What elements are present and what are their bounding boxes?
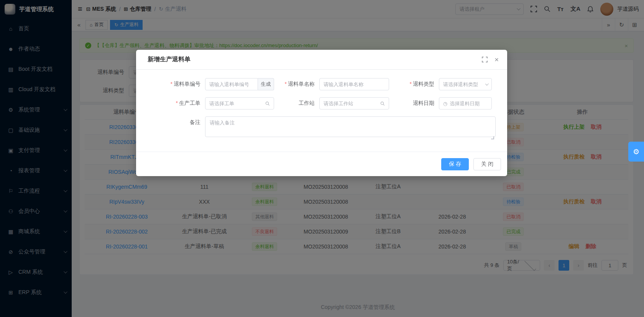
field-label: 退料日期 [389,100,439,107]
code-input[interactable] [205,78,258,90]
generate-code-button[interactable]: 生成 [258,78,274,90]
dialog-header: 新增生产退料单 × [136,50,507,70]
form-row: *生产工单 工作站 退料日期 ◷ [148,97,496,109]
field-label: 工作站 [274,100,319,107]
name-input[interactable] [319,78,389,90]
code-input-group: 生成 [205,78,274,90]
type-select[interactable] [439,78,492,90]
form-item-date: 退料日期 ◷ [389,97,492,109]
form-item-type: *退料类型 [389,78,492,90]
search-icon [380,101,385,106]
save-button[interactable]: 保 存 [441,158,469,170]
form-item-station: 工作站 [274,97,389,109]
chevron-down-icon [485,82,489,85]
field-label: *退料类型 [389,81,439,88]
dialog-body: *退料单编号 生成 *退料单名称 *退料类型 *生产工单 [136,70,507,152]
station-select[interactable] [319,97,389,109]
required-asterisk: * [285,81,287,87]
form-row: 备注 [148,116,496,137]
form-row: *退料单编号 生成 *退料单名称 *退料类型 [148,78,496,90]
add-return-order-dialog: 新增生产退料单 × *退料单编号 生成 *退料单名称 *退料类型 [136,50,507,176]
form-item-code: *退料单编号 生成 [148,78,274,90]
field-label: *生产工单 [148,100,205,107]
field-label: 备注 [148,116,205,126]
theme-settings-gear-icon[interactable]: ⚙ [628,142,644,162]
required-asterisk: * [176,100,178,106]
dialog-fullscreen-icon[interactable] [482,57,488,62]
dialog-footer: 保 存 关 闭 [136,152,507,176]
order-select[interactable] [205,97,274,109]
close-button[interactable]: 关 闭 [473,158,501,170]
field-label: *退料单编号 [148,81,205,88]
search-icon [265,101,270,106]
field-label: *退料单名称 [274,81,319,88]
date-picker[interactable]: ◷ [439,97,492,109]
dialog-close-icon[interactable]: × [495,56,499,64]
remark-textarea[interactable] [205,116,496,137]
required-asterisk: * [171,81,172,87]
clock-icon: ◷ [443,101,447,106]
required-asterisk: * [410,81,412,87]
form-item-name: *退料单名称 [274,78,389,90]
form-item-order: *生产工单 [148,97,274,109]
dialog-title: 新增生产退料单 [148,56,475,64]
